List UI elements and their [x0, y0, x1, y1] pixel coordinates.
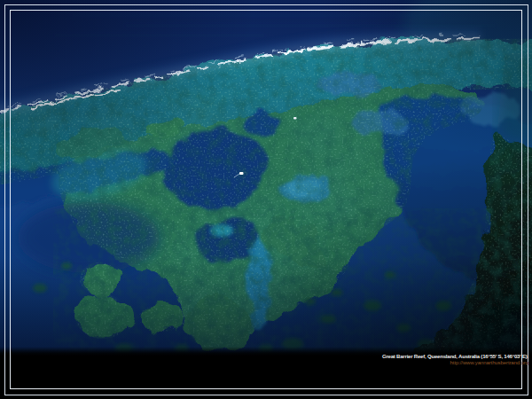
caption-url: http://www.yannarthusbertrand.org — [450, 360, 528, 366]
vignette — [0, 0, 532, 399]
caption-location: Great Barrier Reef, Queensland, Australi… — [382, 354, 528, 360]
wallpaper-canvas: Great Barrier Reef, Queensland, Australi… — [0, 0, 532, 399]
reef-photo — [0, 0, 532, 399]
